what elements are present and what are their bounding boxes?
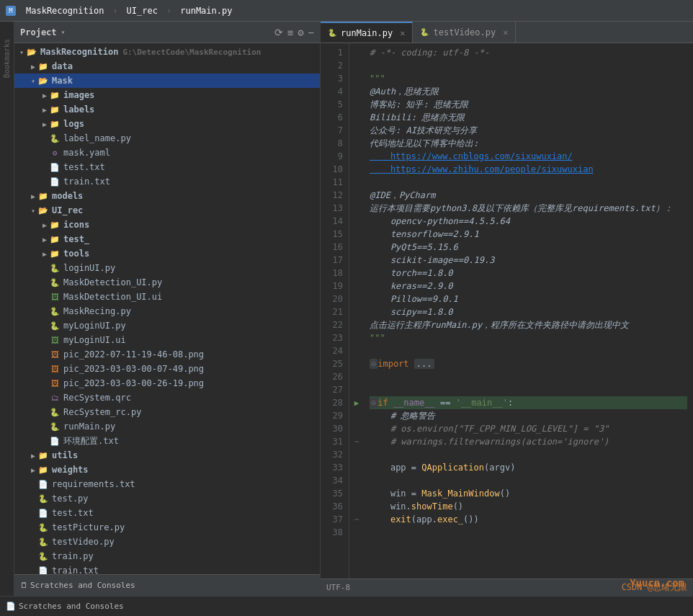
code-line-32 bbox=[370, 448, 687, 461]
line-num-14: 14 bbox=[321, 215, 349, 228]
tree-label-mask: Mask bbox=[52, 76, 73, 86]
gutter-item-37: ~ bbox=[349, 513, 364, 526]
tree-item-pic2[interactable]: 🖼pic_2023-03-03-00-07-49.png bbox=[14, 362, 320, 376]
tab-runmain[interactable]: 🐍 runMain.py ✕ bbox=[321, 22, 413, 43]
tree-item-train-txt2[interactable]: 📄train.txt bbox=[14, 563, 320, 574]
code-line-38 bbox=[370, 526, 687, 539]
status-encoding: UTF-8 bbox=[326, 583, 350, 592]
tree-icon-test-dir: 📁 bbox=[49, 234, 61, 244]
sync-icon[interactable]: ⟳ bbox=[274, 27, 283, 38]
collapse-icon[interactable]: ≡ bbox=[287, 27, 293, 38]
tree-arrow-icons: ▶ bbox=[40, 221, 49, 229]
tree-item-models[interactable]: ▶📁models bbox=[14, 189, 320, 203]
hide-panel-icon[interactable]: − bbox=[308, 27, 314, 38]
tree-icon-test-txt2: 📄 bbox=[37, 508, 49, 518]
tree-arrow-data: ▶ bbox=[29, 63, 37, 71]
line-num-15: 15 bbox=[321, 228, 349, 241]
scratches-bottom-item[interactable]: 📄 Scratches and Consoles bbox=[6, 602, 124, 611]
tree-item-maskrecing-py[interactable]: 🐍MaskRecing.py bbox=[14, 304, 320, 318]
code-line-31: # warnings.filterwarnings(action='ignore… bbox=[370, 435, 687, 448]
tree-label-tools: tools bbox=[63, 249, 89, 259]
tree-item-ui-rec[interactable]: ▾📂UI_rec bbox=[14, 203, 320, 218]
tree-label-pic1: pic_2022-07-11-19-46-08.png bbox=[63, 349, 204, 360]
tree-item-runmain-py[interactable]: 🐍runMain.py bbox=[14, 419, 320, 434]
gutter-item-6 bbox=[349, 111, 364, 124]
tree-item-recsystem-qrc[interactable]: 🗂RecSystem.qrc bbox=[14, 390, 320, 405]
tree-item-test-dir[interactable]: ▶📁test_ bbox=[14, 232, 320, 246]
line-num-1: 1 bbox=[321, 46, 349, 59]
tree-item-requirements-txt[interactable]: 📄requirements.txt bbox=[14, 477, 320, 491]
tree-label-labels: labels bbox=[63, 104, 94, 115]
project-title[interactable]: Project bbox=[20, 27, 57, 37]
tree-item-maskdetection-ui-py[interactable]: 🐍MaskDetection_UI.py bbox=[14, 275, 320, 290]
tree-item-myloginui-py[interactable]: 🐍myLoginUI.py bbox=[14, 318, 320, 333]
tree-item-test-txt[interactable]: 📄test.txt bbox=[14, 160, 320, 174]
line-num-33: 33 bbox=[321, 461, 349, 474]
bottom-panel: 📄 Scratches and Consoles bbox=[0, 596, 693, 616]
tree-arrow-test-dir: ▶ bbox=[40, 236, 49, 244]
editor-content: 1234567891011121314151617181920212223242… bbox=[321, 43, 693, 579]
tree-item-recsystem-rc-py[interactable]: 🐍RecSystem_rc.py bbox=[14, 405, 320, 419]
tree-item-mask[interactable]: ▾📂Mask bbox=[14, 73, 320, 88]
project-tree: ▾📂MaskRecognitionG:\DetectCode\MaskRecog… bbox=[14, 43, 320, 574]
tree-item-maskdetection-ui-ui[interactable]: 🖼MaskDetection_UI.ui bbox=[14, 290, 320, 304]
line-num-10: 10 bbox=[321, 163, 349, 176]
tree-item-icons[interactable]: ▶📁icons bbox=[14, 218, 320, 232]
tree-item-testpicture-py[interactable]: 🐍testPicture.py bbox=[14, 520, 320, 535]
code-line-21: scipy==1.8.0 bbox=[370, 305, 687, 318]
project-header-actions: ⟳ ≡ ⚙ − bbox=[274, 27, 314, 38]
tree-icon-pic2: 🖼 bbox=[49, 364, 61, 374]
titlebar-item-runmain[interactable]: runMain.py bbox=[180, 6, 232, 16]
tree-item-train-py[interactable]: 🐍train.py bbox=[14, 549, 320, 563]
tree-icon-train-txt2: 📄 bbox=[37, 566, 49, 574]
scratches-consoles-item[interactable]: 🗒 Scratches and Consoles bbox=[20, 581, 135, 590]
gutter-item-34 bbox=[349, 474, 364, 487]
line-num-11: 11 bbox=[321, 176, 349, 189]
tree-item-train-txt[interactable]: 📄train.txt bbox=[14, 174, 320, 189]
scratches-bottom-icon: 📄 bbox=[6, 602, 16, 611]
tree-icon-weights: 📁 bbox=[37, 465, 49, 475]
tree-item-pic1[interactable]: 🖼pic_2022-07-11-19-46-08.png bbox=[14, 347, 320, 362]
tree-path-maskrecognition-root: G:\DetectCode\MaskRecognition bbox=[122, 48, 261, 57]
tree-item-huanjing-txt[interactable]: 📄环境配置.txt bbox=[14, 434, 320, 448]
tree-item-myloginui-ui[interactable]: 🖼myLoginUI.ui bbox=[14, 333, 320, 347]
tab-runmain-label: runMain.py bbox=[341, 28, 393, 38]
tree-icon-myloginui-py: 🐍 bbox=[49, 321, 61, 331]
tree-icon-myloginui-ui: 🖼 bbox=[49, 335, 61, 345]
bookmarks-label[interactable]: Bookmarks bbox=[3, 39, 11, 78]
tree-item-pic3[interactable]: 🖼pic_2023-03-03-00-26-19.png bbox=[14, 376, 320, 390]
tree-item-weights[interactable]: ▶📁weights bbox=[14, 463, 320, 477]
tree-item-loginui-py[interactable]: 🐍loginUI.py bbox=[14, 261, 320, 275]
tree-item-test-txt2[interactable]: 📄test.txt bbox=[14, 506, 320, 520]
gutter-item-30 bbox=[349, 422, 364, 435]
tree-item-logs[interactable]: ▶📁logs bbox=[14, 117, 320, 131]
code-line-28: ⊖if __name__ == '__main__': bbox=[370, 396, 687, 409]
gutter-item-4 bbox=[349, 85, 364, 98]
tree-item-images[interactable]: ▶📁images bbox=[14, 88, 320, 102]
code-area[interactable]: # -*- coding: utf-8 -*- """@Auth，思绪无限博客站… bbox=[364, 43, 693, 579]
titlebar-item-uirec[interactable]: UI_rec bbox=[127, 6, 158, 16]
tree-item-testvideo-py[interactable]: 🐍testVideo.py bbox=[14, 535, 320, 549]
tree-item-test-py[interactable]: 🐍test.py bbox=[14, 491, 320, 506]
settings-cog-icon[interactable]: ⚙ bbox=[298, 27, 303, 38]
tree-item-data[interactable]: ▶📁data bbox=[14, 59, 320, 73]
tree-item-utils[interactable]: ▶📁utils bbox=[14, 448, 320, 463]
gutter-item-10 bbox=[349, 163, 364, 176]
tab-runmain-close[interactable]: ✕ bbox=[400, 28, 405, 38]
tree-item-label-name[interactable]: 🐍label_name.py bbox=[14, 131, 320, 146]
tree-icon-label-name: 🐍 bbox=[49, 133, 61, 143]
titlebar-sep-2: › bbox=[166, 6, 171, 16]
line-num-2: 2 bbox=[321, 59, 349, 72]
tree-item-maskrecognition-root[interactable]: ▾📂MaskRecognitionG:\DetectCode\MaskRecog… bbox=[14, 45, 320, 59]
titlebar-item-maskrecognition[interactable]: MaskRecognition bbox=[26, 6, 104, 16]
tab-testvideo-close[interactable]: ✕ bbox=[503, 27, 508, 37]
code-line-19: keras==2.9.0 bbox=[370, 280, 687, 293]
code-line-13: 运行本项目需要python3.8及以下依赖库（完整库见requirements.… bbox=[370, 202, 687, 215]
line-num-34: 34 bbox=[321, 474, 349, 487]
line-num-3: 3 bbox=[321, 72, 349, 85]
tab-testvideo[interactable]: 🐍 testVideo.py ✕ bbox=[413, 22, 516, 43]
gutter-item-27 bbox=[349, 383, 364, 396]
tree-item-tools[interactable]: ▶📁tools bbox=[14, 246, 320, 261]
tree-item-mask-yaml[interactable]: ⚙mask.yaml bbox=[14, 146, 320, 160]
tree-item-labels[interactable]: ▶📁labels bbox=[14, 102, 320, 117]
